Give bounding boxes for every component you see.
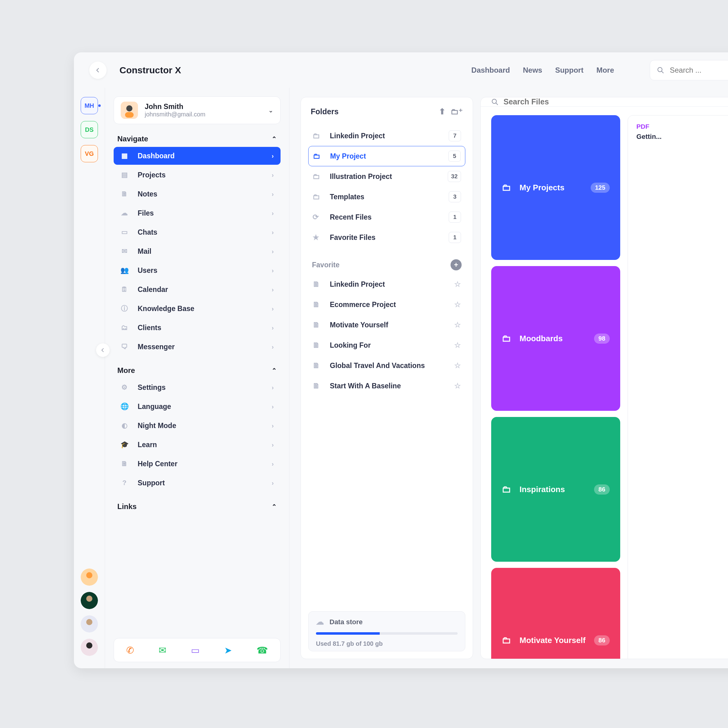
sidebar-item-support[interactable]: ?Support› — [114, 474, 281, 492]
star-icon[interactable]: ☆ — [454, 382, 461, 390]
sidebar-item-files[interactable]: ☁Files› — [114, 204, 281, 222]
avatar[interactable] — [81, 615, 98, 633]
section-title: Links — [117, 502, 137, 511]
whatsapp-icon[interactable]: ☎ — [257, 645, 268, 656]
star-icon[interactable]: ☆ — [454, 361, 461, 370]
global-search[interactable]: ⌘L — [650, 60, 728, 80]
add-favorite-button[interactable]: + — [451, 259, 462, 271]
sidebar-item-help-center[interactable]: 🗎Help Center› — [114, 455, 281, 473]
workspace-chip[interactable]: VG — [81, 145, 98, 162]
star-icon[interactable]: ☆ — [454, 341, 461, 350]
user-card[interactable]: John Smith johnsmith@gmail.com ⌄ — [114, 96, 281, 124]
folder-row[interactable]: 🗀Illustration Project32 — [308, 166, 465, 187]
collection-count: 125 — [591, 183, 609, 193]
chevron-right-icon: › — [272, 229, 274, 236]
workspace-chip[interactable]: DS — [81, 121, 98, 138]
avatar[interactable] — [81, 592, 98, 609]
files-search-input[interactable] — [503, 97, 603, 106]
favorite-row[interactable]: 🗎Ecommerce Project☆ — [301, 294, 473, 315]
datastore-card[interactable]: ☁Data store Used 81.7 gb of 100 gb — [308, 611, 465, 652]
favorite-name: Linkedin Project — [330, 280, 385, 289]
chevron-right-icon: › — [272, 305, 274, 312]
nav-label: Language — [138, 402, 171, 411]
nav-icon: ▭ — [121, 228, 128, 236]
nav-section-links[interactable]: Links ⌃ — [117, 502, 277, 511]
send-icon[interactable]: ➤ — [224, 645, 232, 656]
sidebar-item-clients[interactable]: 🗂Clients› — [114, 319, 281, 336]
folder-row[interactable]: 🗀Linkedin Project7 — [308, 125, 465, 146]
folder-name: Recent Files — [330, 213, 372, 222]
collection-name: My Projects — [520, 183, 564, 193]
sidebar-item-knowledge-base[interactable]: ⓘKnowledge Base› — [114, 300, 281, 318]
sidebar-item-language[interactable]: 🌐Language› — [114, 398, 281, 415]
topnav-dashboard[interactable]: Dashboard — [471, 66, 510, 75]
sidebar-item-messenger[interactable]: 🗨Messenger› — [114, 338, 281, 356]
avatar[interactable] — [81, 639, 98, 656]
nav-icon: ⚙ — [121, 383, 128, 392]
new-folder-icon[interactable]: 🗀⁺ — [451, 107, 463, 116]
star-icon[interactable]: ☆ — [454, 321, 461, 329]
pending-file-card[interactable]: PDF Gettin... — [628, 115, 728, 659]
nav-section-navigate[interactable]: Navigate ⌃ — [117, 135, 277, 143]
topnav-news[interactable]: News — [523, 66, 542, 75]
folder-row[interactable]: 🗀My Project5 — [308, 146, 465, 166]
workspace-chip[interactable]: MH — [81, 97, 98, 114]
chevron-right-icon: › — [272, 210, 274, 217]
search-input[interactable] — [670, 66, 728, 75]
nav-label: Files — [138, 209, 154, 217]
folder-row[interactable]: ⟳Recent Files1 — [308, 207, 465, 227]
topnav-support[interactable]: Support — [555, 66, 584, 75]
sidebar-item-chats[interactable]: ▭Chats› — [114, 223, 281, 241]
sidebar-item-dashboard[interactable]: ▦Dashboard› — [114, 147, 281, 165]
sidebar-item-projects[interactable]: ▤Projects› — [114, 166, 281, 184]
search-icon — [657, 67, 664, 74]
phone-icon[interactable]: ✆ — [126, 645, 134, 656]
sidebar: John Smith johnsmith@gmail.com ⌄ Navigat… — [105, 88, 289, 668]
favorite-row[interactable]: 🗎Looking For☆ — [301, 335, 473, 355]
folder-row[interactable]: 🗀Templates3 — [308, 187, 465, 207]
folder-row[interactable]: ★Favorite Files1 — [308, 227, 465, 248]
folder-count: 32 — [448, 171, 461, 182]
collection-name: Motivate Yourself — [520, 636, 586, 645]
book-icon[interactable]: ▭ — [191, 645, 200, 656]
back-button[interactable] — [89, 61, 107, 79]
star-icon[interactable]: ☆ — [454, 280, 461, 289]
collection-card[interactable]: 🗀Inspirations86 — [491, 417, 620, 562]
upload-icon[interactable]: ⬆ — [439, 107, 446, 116]
sidebar-item-night-mode[interactable]: ◐Night Mode› — [114, 417, 281, 434]
chevron-right-icon: › — [272, 248, 274, 255]
file-tag: PDF — [636, 123, 728, 130]
collection-card[interactable]: 🗀My Projects125 — [491, 115, 620, 260]
favorite-row[interactable]: 🗎Motivate Yourself☆ — [301, 315, 473, 335]
user-name: John Smith — [145, 102, 205, 111]
sidebar-item-settings[interactable]: ⚙Settings› — [114, 378, 281, 396]
section-title: More — [117, 366, 135, 375]
sidebar-item-mail[interactable]: ✉Mail› — [114, 242, 281, 260]
favorite-row[interactable]: 🗎Global Travel And Vacations☆ — [301, 355, 473, 376]
nav-label: Mail — [138, 247, 151, 255]
collection-card[interactable]: 🗀Motivate Yourself86 — [491, 568, 620, 659]
favorite-row[interactable]: 🗎Linkedin Project☆ — [301, 274, 473, 294]
sidebar-item-learn[interactable]: 🎓Learn› — [114, 436, 281, 454]
topnav-more[interactable]: More — [596, 66, 614, 75]
sidebar-item-calendar[interactable]: 🗓Calendar› — [114, 281, 281, 298]
collection-card[interactable]: 🗀Moodbards98 — [491, 266, 620, 411]
favorite-row[interactable]: 🗎Start With A Baseline☆ — [301, 376, 473, 396]
folder-icon: 🗀 — [313, 132, 321, 140]
favorite-name: Global Travel And Vacations — [330, 361, 425, 370]
sidebar-item-notes[interactable]: 🗎Notes› — [114, 185, 281, 203]
folder-count: 1 — [449, 211, 461, 223]
avatar[interactable] — [81, 569, 98, 586]
nav-icon: ◐ — [121, 422, 128, 430]
mail-icon[interactable]: ✉ — [159, 645, 166, 656]
collapse-sidebar-button[interactable] — [96, 343, 110, 357]
nav-icon: ▤ — [121, 171, 128, 179]
chevron-right-icon: › — [272, 479, 274, 486]
star-icon[interactable]: ☆ — [454, 300, 461, 309]
nav-section-more[interactable]: More ⌃ — [117, 366, 277, 375]
svg-point-4 — [86, 596, 92, 602]
favorite-name: Looking For — [330, 341, 371, 350]
sidebar-item-users[interactable]: 👥Users› — [114, 262, 281, 279]
svg-point-8 — [86, 642, 92, 648]
collection-count: 86 — [594, 635, 609, 645]
